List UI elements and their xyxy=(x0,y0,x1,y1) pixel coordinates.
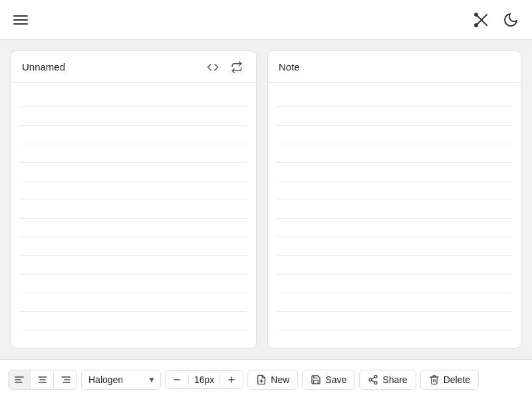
code-icon-button[interactable] xyxy=(204,59,221,76)
edit-icon xyxy=(473,12,489,28)
line-row xyxy=(276,126,513,144)
align-group xyxy=(8,370,77,390)
line-row xyxy=(19,182,248,200)
line-row xyxy=(19,107,248,126)
line-row xyxy=(276,275,513,293)
align-center-icon xyxy=(37,374,48,385)
right-panel-body xyxy=(268,83,521,348)
main-area: Unnamed xyxy=(0,40,532,359)
line-row xyxy=(19,200,248,219)
save-icon xyxy=(311,374,321,385)
line-row xyxy=(19,331,248,348)
left-panel-title: Unnamed xyxy=(22,61,65,72)
line-row xyxy=(276,219,513,237)
share-button-label: Share xyxy=(382,374,407,385)
swap-icon-button[interactable] xyxy=(228,59,245,76)
delete-button[interactable]: Delete xyxy=(420,370,479,390)
theme-icon xyxy=(503,12,519,28)
align-right-button[interactable] xyxy=(55,370,76,389)
save-button-label: Save xyxy=(325,374,346,385)
new-button[interactable]: New xyxy=(247,370,298,390)
line-row xyxy=(19,144,248,163)
line-row xyxy=(276,88,513,107)
edit-icon-button[interactable] xyxy=(471,9,492,31)
swap-icon xyxy=(231,61,243,73)
align-left-icon xyxy=(14,374,25,385)
line-row xyxy=(19,219,248,237)
font-select[interactable]: Halogen xyxy=(81,370,161,390)
align-left-button[interactable] xyxy=(9,370,31,389)
line-row xyxy=(276,256,513,275)
menu-button[interactable] xyxy=(11,13,31,27)
left-panel-body xyxy=(11,83,256,348)
new-file-icon xyxy=(256,374,267,385)
line-row xyxy=(19,312,248,331)
line-row xyxy=(19,126,248,144)
toolbar: Halogen ▼ 16px New xyxy=(0,359,532,399)
theme-toggle-button[interactable] xyxy=(500,9,521,31)
line-row xyxy=(19,275,248,293)
header xyxy=(0,0,532,40)
align-center-button[interactable] xyxy=(32,370,54,389)
line-row xyxy=(19,163,248,182)
minus-icon xyxy=(172,375,182,384)
header-left xyxy=(11,13,31,27)
right-panel: Note xyxy=(267,51,521,348)
size-group: 16px xyxy=(165,370,243,389)
svg-line-21 xyxy=(372,380,375,382)
line-row xyxy=(19,256,248,275)
share-button[interactable]: Share xyxy=(359,370,416,390)
new-button-label: New xyxy=(271,374,289,385)
line-row xyxy=(276,144,513,163)
svg-line-22 xyxy=(372,377,375,379)
left-panel-header: Unnamed xyxy=(11,51,256,83)
share-icon xyxy=(368,374,378,385)
line-row xyxy=(276,293,513,312)
line-row xyxy=(19,88,248,107)
font-size-value: 16px xyxy=(188,374,220,385)
line-row xyxy=(276,312,513,331)
increase-size-button[interactable] xyxy=(220,371,243,388)
font-select-wrapper: Halogen ▼ xyxy=(81,370,161,390)
line-row xyxy=(276,237,513,256)
line-row xyxy=(276,200,513,219)
delete-icon xyxy=(429,374,440,385)
plus-icon xyxy=(227,375,236,384)
right-panel-title: Note xyxy=(279,61,300,72)
right-panel-header: Note xyxy=(268,51,521,83)
code-icon xyxy=(207,61,219,73)
line-row xyxy=(276,107,513,126)
line-row xyxy=(19,293,248,312)
line-row xyxy=(19,237,248,256)
line-row xyxy=(276,331,513,348)
align-right-icon xyxy=(61,374,71,385)
save-button[interactable]: Save xyxy=(302,370,355,390)
delete-button-label: Delete xyxy=(444,374,470,385)
header-right xyxy=(471,9,521,31)
left-panel-icons xyxy=(204,59,245,76)
line-row xyxy=(276,163,513,182)
line-row xyxy=(276,182,513,200)
decrease-size-button[interactable] xyxy=(166,371,188,388)
left-panel: Unnamed xyxy=(11,51,257,348)
